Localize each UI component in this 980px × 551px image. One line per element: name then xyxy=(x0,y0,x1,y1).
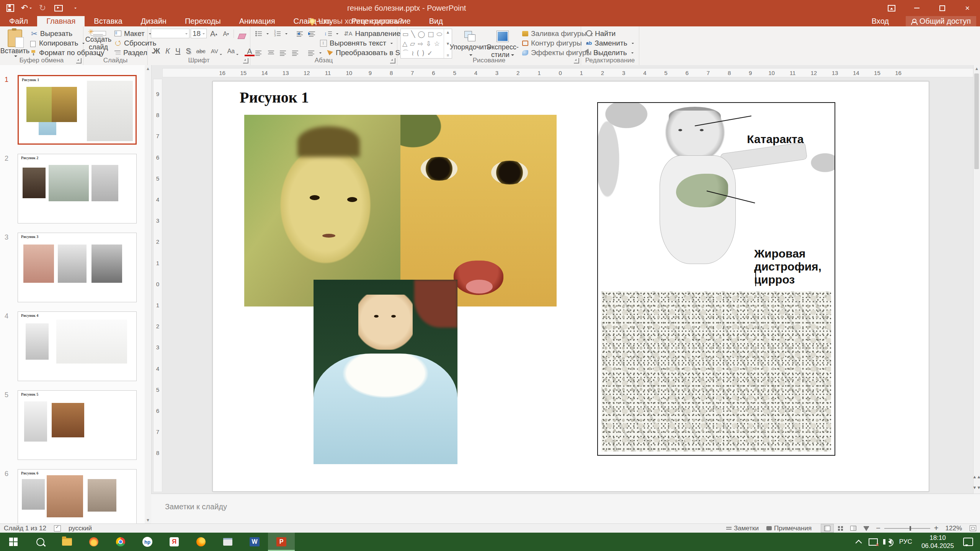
arrange-button[interactable]: Упорядочить xyxy=(455,29,485,59)
shape-icon[interactable]: △ xyxy=(402,40,407,47)
customize-qat-button[interactable] xyxy=(70,3,80,13)
shape-icon[interactable]: ╲ xyxy=(411,30,415,38)
drawing-dialog-launcher[interactable] xyxy=(574,58,579,64)
zoom-slider[interactable]: − + xyxy=(876,524,938,533)
columns-button[interactable] xyxy=(306,48,323,57)
line-spacing-button[interactable] xyxy=(323,29,340,38)
minimize-button[interactable] xyxy=(904,0,929,16)
notes-placeholder[interactable]: Заметки к слайду xyxy=(165,502,227,511)
restore-button[interactable] xyxy=(929,0,955,16)
copy-button[interactable]: Копировать xyxy=(29,38,87,48)
font-name-combobox[interactable] xyxy=(151,29,189,38)
change-case-button[interactable]: Aa xyxy=(225,46,241,55)
scroll-up-icon[interactable]: ▲ xyxy=(145,65,151,72)
clipboard-dialog-launcher[interactable] xyxy=(76,58,82,64)
galactosemia-figure[interactable]: Катаракта Жировая дистрофия, цирроз xyxy=(597,102,835,456)
explorer-icon[interactable] xyxy=(54,533,80,551)
layout-button[interactable]: Макет xyxy=(113,29,153,38)
increase-indent-button[interactable] xyxy=(307,29,318,38)
action-center-button[interactable] xyxy=(960,533,976,551)
justify-button[interactable] xyxy=(290,48,301,57)
paragraph-dialog-launcher[interactable] xyxy=(390,58,395,64)
underline-button[interactable]: Ч xyxy=(173,46,183,55)
shrink-font-button[interactable]: А▾ xyxy=(220,29,231,38)
hp-app-icon[interactable]: hp xyxy=(134,533,161,551)
Вставка[interactable]: Вставка xyxy=(85,16,131,26)
shape-icon[interactable]: ⇩ xyxy=(426,40,431,47)
vertical-scrollbar[interactable]: ▲ xyxy=(973,65,980,494)
ribbon-display-options-button[interactable] xyxy=(879,0,904,16)
slide-indicator[interactable]: Слайд 1 из 12 xyxy=(0,525,50,532)
clock[interactable]: 18:10 06.04.2025 xyxy=(917,534,959,550)
powerpoint-icon[interactable]: P xyxy=(268,533,295,551)
slideshow-view-button[interactable] xyxy=(860,524,873,533)
strikethrough-button[interactable]: abc xyxy=(194,46,208,55)
slide-title[interactable]: Рисунок 1 xyxy=(240,88,309,106)
zoom-slider-track[interactable] xyxy=(884,528,930,529)
search-icon[interactable] xyxy=(27,533,54,551)
shape-icon[interactable]: ✓ xyxy=(427,49,433,57)
undo-button[interactable]: ↶ xyxy=(21,3,31,13)
chrome-icon[interactable] xyxy=(107,533,134,551)
slide-thumbnail-box[interactable]: Рисунок 4 xyxy=(18,311,137,381)
zoom-in-button[interactable]: + xyxy=(934,524,939,533)
redo-button[interactable]: ↻ xyxy=(38,3,47,13)
shape-icon[interactable]: ⌒ xyxy=(402,49,409,57)
decrease-indent-button[interactable] xyxy=(295,29,305,38)
shape-icon[interactable]: ⬭ xyxy=(436,30,442,38)
panel-scrollbar[interactable]: ▲ ▼ xyxy=(145,65,152,523)
vertical-ruler[interactable]: 987654321012345678 xyxy=(153,79,162,492)
notes-pane[interactable]: Заметки к слайду xyxy=(151,494,980,524)
shape-icon[interactable]: ▭ xyxy=(402,30,408,38)
slide-thumbnail-box[interactable]: Рисунок 5 xyxy=(18,390,137,460)
slide-thumbnail[interactable]: 1 Рисунок 1 xyxy=(0,75,145,145)
clear-formatting-button[interactable] xyxy=(236,29,248,38)
baby-face-photo[interactable] xyxy=(400,115,557,306)
Дизайн[interactable]: Дизайн xyxy=(132,16,176,26)
reading-view-button[interactable] xyxy=(847,524,860,533)
quick-styles-button[interactable]: Экспресс- стили xyxy=(488,29,517,59)
fit-to-window-button[interactable] xyxy=(966,525,980,531)
slide-thumbnail-box[interactable]: Рисунок 1 xyxy=(18,75,137,145)
cut-button[interactable]: ✂Вырезать xyxy=(29,29,74,38)
grow-font-button[interactable]: А▴ xyxy=(208,29,219,38)
start-slideshow-button[interactable] xyxy=(54,3,64,13)
scroll-up-icon[interactable]: ▲ xyxy=(973,65,980,72)
spellcheck-button[interactable] xyxy=(50,525,65,531)
language-indicator[interactable]: русский xyxy=(65,525,96,532)
font-dialog-launcher[interactable] xyxy=(243,58,248,64)
tell-me-box[interactable]: Что вы хотите сделать? xyxy=(302,16,410,26)
align-right-button[interactable] xyxy=(278,48,289,57)
bullets-button[interactable] xyxy=(253,29,271,38)
slide-thumbnail[interactable]: 4 Рисунок 4 xyxy=(0,311,145,382)
shape-icon[interactable]: ⇨ xyxy=(418,40,423,47)
volume-button[interactable] xyxy=(882,533,895,551)
share-button[interactable]: Общий доступ xyxy=(906,16,976,26)
character-spacing-button[interactable]: AV xyxy=(209,46,224,55)
close-button[interactable]: × xyxy=(955,0,980,16)
select-button[interactable]: Выделить xyxy=(584,48,635,57)
slide-thumbnail[interactable]: 6 Рисунок 6 xyxy=(0,469,145,523)
slide-thumbnail-box[interactable]: Рисунок 6 xyxy=(18,469,137,523)
slide-thumbnail[interactable]: 5 Рисунок 5 xyxy=(0,390,145,461)
Вид[interactable]: Вид xyxy=(420,16,452,26)
baby-blue-blanket-photo[interactable] xyxy=(314,280,457,464)
firefox-icon[interactable] xyxy=(188,533,214,551)
align-text-button[interactable]: Выровнять текст xyxy=(318,38,395,48)
new-slide-button[interactable]: Создать слайд xyxy=(87,29,110,59)
comments-toggle-button[interactable]: Примечания xyxy=(763,525,815,532)
normal-view-button[interactable] xyxy=(821,524,834,533)
Файл[interactable]: Файл xyxy=(0,16,37,26)
Переходы[interactable]: Переходы xyxy=(176,16,230,26)
slide-thumbnail[interactable]: 3 Рисунок 3 xyxy=(0,233,145,303)
bold-button[interactable]: Ж xyxy=(151,46,162,55)
notes-toggle-button[interactable]: Заметки xyxy=(722,525,763,532)
newborn-photo[interactable] xyxy=(244,115,400,306)
zoom-slider-thumb[interactable] xyxy=(910,526,911,531)
hidden-icons-button[interactable] xyxy=(853,533,864,551)
text-shadow-button[interactable]: S xyxy=(183,46,193,55)
slide-canvas[interactable]: Рисунок 1 xyxy=(212,81,929,492)
numbering-button[interactable] xyxy=(272,29,289,38)
scroll-down-icon[interactable]: ▼ xyxy=(145,517,151,523)
word-icon[interactable]: W xyxy=(241,533,268,551)
